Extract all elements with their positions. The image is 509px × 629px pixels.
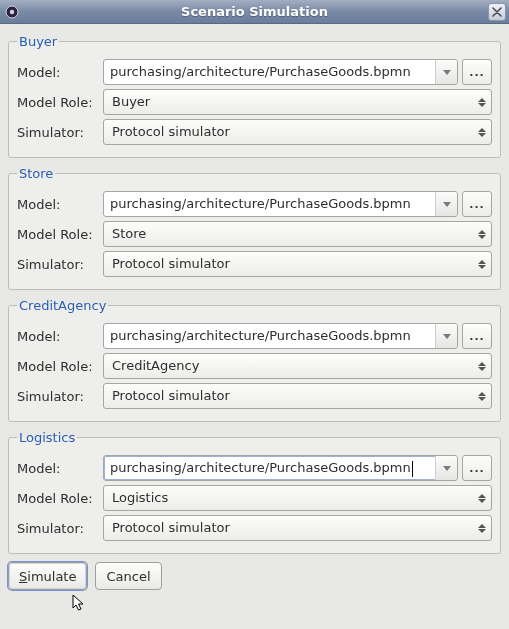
model-role-value: Store [112, 226, 146, 241]
model-role-value: Logistics [112, 490, 168, 505]
model-input-text: purchasing/architecture/PurchaseGoods.bp… [110, 196, 411, 211]
simulator-combo[interactable]: Protocol simulator [103, 251, 492, 277]
model-input[interactable]: purchasing/architecture/PurchaseGoods.bp… [103, 455, 458, 481]
simulator-label: Simulator: [17, 125, 99, 140]
group-legend: CreditAgency [17, 298, 108, 313]
model-label: Model: [17, 329, 99, 344]
combo-spinner-icon [473, 486, 491, 510]
model-input-text: purchasing/architecture/PurchaseGoods.bp… [110, 328, 411, 343]
group-store: StoreModel:purchasing/architecture/Purch… [8, 166, 501, 290]
app-icon [4, 4, 20, 20]
model-role-label: Model Role: [17, 491, 99, 506]
close-button[interactable] [488, 3, 506, 21]
model-input[interactable]: purchasing/architecture/PurchaseGoods.bp… [103, 191, 458, 217]
model-role-combo[interactable]: Buyer [103, 89, 492, 115]
simulator-value: Protocol simulator [112, 256, 230, 271]
group-legend: Store [17, 166, 55, 181]
group-logistics: LogisticsModel:purchasing/architecture/P… [8, 430, 501, 554]
model-dropdown-button[interactable] [435, 60, 457, 84]
simulator-value: Protocol simulator [112, 388, 230, 403]
model-dropdown-button[interactable] [435, 324, 457, 348]
model-role-value: CreditAgency [112, 358, 199, 373]
simulator-label: Simulator: [17, 521, 99, 536]
simulator-label: Simulator: [17, 257, 99, 272]
model-role-label: Model Role: [17, 95, 99, 110]
chevron-down-icon [443, 466, 451, 471]
titlebar: Scenario Simulation [0, 0, 509, 24]
text-caret [412, 461, 413, 477]
model-role-label: Model Role: [17, 359, 99, 374]
svg-point-1 [10, 9, 14, 13]
dialog-content: BuyerModel:purchasing/architecture/Purch… [0, 24, 509, 600]
chevron-down-icon [443, 202, 451, 207]
simulator-value: Protocol simulator [112, 124, 230, 139]
model-role-value: Buyer [112, 94, 150, 109]
model-input[interactable]: purchasing/architecture/PurchaseGoods.bp… [103, 59, 458, 85]
group-buyer: BuyerModel:purchasing/architecture/Purch… [8, 34, 501, 158]
browse-button[interactable]: ... [462, 323, 492, 349]
model-input[interactable]: purchasing/architecture/PurchaseGoods.bp… [103, 323, 458, 349]
simulate-button[interactable]: Simulate [8, 562, 87, 590]
combo-spinner-icon [473, 222, 491, 246]
combo-spinner-icon [473, 120, 491, 144]
model-role-combo[interactable]: Store [103, 221, 492, 247]
browse-button[interactable]: ... [462, 191, 492, 217]
group-legend: Logistics [17, 430, 77, 445]
combo-spinner-icon [473, 354, 491, 378]
model-role-combo[interactable]: Logistics [103, 485, 492, 511]
combo-spinner-icon [473, 252, 491, 276]
model-label: Model: [17, 65, 99, 80]
dialog-button-row: SimulateCancel [8, 562, 501, 590]
model-label: Model: [17, 461, 99, 476]
model-role-label: Model Role: [17, 227, 99, 242]
model-label: Model: [17, 197, 99, 212]
close-icon [492, 7, 502, 17]
cancel-button[interactable]: Cancel [95, 562, 161, 590]
model-input-text: purchasing/architecture/PurchaseGoods.bp… [110, 64, 411, 79]
window-title: Scenario Simulation [0, 4, 509, 19]
chevron-down-icon [443, 70, 451, 75]
combo-spinner-icon [473, 384, 491, 408]
model-role-combo[interactable]: CreditAgency [103, 353, 492, 379]
simulator-label: Simulator: [17, 389, 99, 404]
simulator-value: Protocol simulator [112, 520, 230, 535]
combo-spinner-icon [473, 516, 491, 540]
browse-button[interactable]: ... [462, 59, 492, 85]
simulator-combo[interactable]: Protocol simulator [103, 383, 492, 409]
model-dropdown-button[interactable] [435, 456, 457, 480]
browse-button[interactable]: ... [462, 455, 492, 481]
simulator-combo[interactable]: Protocol simulator [103, 119, 492, 145]
model-input-text: purchasing/architecture/PurchaseGoods.bp… [110, 460, 411, 475]
chevron-down-icon [443, 334, 451, 339]
model-dropdown-button[interactable] [435, 192, 457, 216]
group-legend: Buyer [17, 34, 59, 49]
combo-spinner-icon [473, 90, 491, 114]
simulator-combo[interactable]: Protocol simulator [103, 515, 492, 541]
group-creditagency: CreditAgencyModel:purchasing/architectur… [8, 298, 501, 422]
